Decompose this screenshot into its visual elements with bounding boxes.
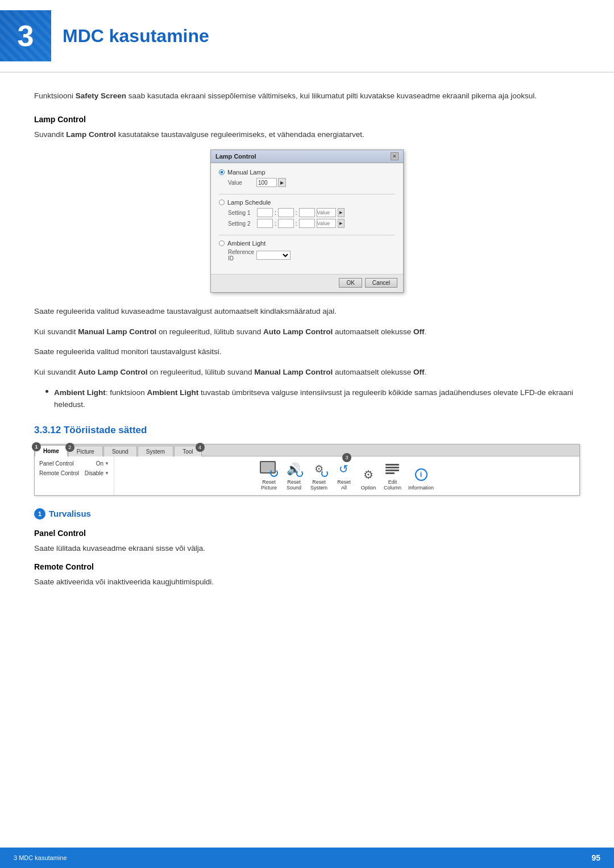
bullet-list: Ambient Light: funktsioon Ambient Light …	[45, 387, 580, 411]
ok-button[interactable]: OK	[339, 278, 362, 288]
remote-control-row: Remote Control Disable ▼	[35, 468, 114, 478]
reset-system-label: ResetSystem	[310, 479, 327, 491]
reset-picture-icon-item[interactable]: ResetPicture	[260, 461, 278, 491]
ambient-light-radio[interactable]	[219, 240, 225, 246]
lamp-schedule-radio-row: Lamp Schedule	[219, 199, 395, 206]
value-arrow-btn[interactable]: ▶	[278, 178, 286, 187]
remote-control-text: Saate aktiveerida või inaktiveerida kaug…	[34, 576, 580, 588]
turvalisus-badge: 1	[34, 508, 45, 520]
manual-lamp-section: Manual Lamp Value ▶	[219, 169, 395, 187]
value-row: Value ▶	[219, 178, 395, 187]
value-input[interactable]	[256, 178, 277, 187]
tab-picture[interactable]: 2 Picture	[68, 446, 103, 456]
chapter-title: MDC kasutamine	[63, 26, 209, 47]
para-manual-reg: Saate reguleerida valitud monitori taust…	[34, 346, 580, 358]
footer-left-text: 3 MDC kasutamine	[14, 854, 67, 861]
remote-control-heading: Remote Control	[34, 562, 580, 571]
separator-2	[219, 235, 395, 235]
reference-id-row: Reference ID	[219, 249, 395, 261]
separator-1	[219, 194, 395, 194]
chapter-number-box: 3	[0, 10, 51, 61]
tab-tool[interactable]: Tool 4	[174, 446, 201, 456]
reset-sound-label: ResetSound	[287, 479, 301, 491]
badge-2: 2	[65, 443, 74, 452]
lamp-control-heading: Lamp Control	[34, 115, 580, 124]
badge-4: 4	[196, 443, 205, 452]
remote-control-arrow[interactable]: ▼	[105, 471, 109, 476]
lamp-schedule-section: Lamp Schedule Setting 1 : : ▶	[219, 199, 395, 228]
lamp-schedule-radio[interactable]	[219, 200, 225, 205]
lamp-control-dialog: Lamp Control ✕ Manual Lamp Value ▶	[210, 149, 404, 293]
setting2-min[interactable]	[278, 219, 294, 228]
tool-body: Panel Control On ▼ Remote Control Disabl…	[35, 456, 579, 495]
information-label: Information	[408, 485, 434, 491]
panel-control-text: Saate lülitada kuvaseadme ekraani sisse …	[34, 542, 580, 555]
value-label: Value	[228, 180, 256, 186]
setting1-min[interactable]	[278, 208, 294, 217]
manual-lamp-radio-row: Manual Lamp	[219, 169, 395, 176]
tool-tabs-row: 1 Home 2 Picture Sound System Tool 4	[35, 445, 579, 456]
info-icon: i	[415, 468, 428, 481]
chapter-number: 3	[18, 19, 34, 53]
setting2-row: Setting 2 : : ▶	[219, 219, 395, 228]
panel-control-label: Panel Control	[39, 460, 96, 467]
reset-all-label: ResetAll	[337, 479, 351, 491]
para-auto: Saate reguleerida valitud kuvaseadme tau…	[34, 305, 580, 318]
setting1-sec[interactable]	[299, 208, 315, 217]
section-3312-heading: 3.3.12 Tööriistade sätted	[34, 425, 580, 436]
edit-column-label: EditColumn	[384, 479, 401, 491]
setting2-hour[interactable]	[257, 219, 273, 228]
para-auto-off: Kui suvandit Auto Lamp Control on regule…	[34, 366, 580, 379]
badge-1: 1	[32, 442, 41, 451]
footer-page-number: 95	[591, 853, 600, 862]
reset-all-icon-item[interactable]: ↺ ResetAll	[335, 461, 353, 491]
reset-system-icon-item[interactable]: ⚙ ResetSystem	[310, 461, 328, 491]
information-icon-item[interactable]: i Information	[408, 467, 434, 491]
page-footer: 3 MDC kasutamine 95	[0, 848, 614, 868]
panel-control-row: Panel Control On ▼	[35, 459, 114, 468]
para-manual-off: Kui suvandit Manual Lamp Control on regu…	[34, 326, 580, 338]
setting1-hour[interactable]	[257, 208, 273, 217]
tab-sound[interactable]: Sound	[103, 446, 137, 456]
remote-control-label: Remote Control	[39, 470, 85, 476]
edit-col-icon	[385, 464, 399, 474]
option-icon-item[interactable]: ⚙ Option	[360, 467, 377, 491]
turvalisus-heading-row: 1 Turvalisus	[34, 508, 580, 520]
setting1-arrow[interactable]: ▶	[338, 208, 345, 217]
panel-control-value: On	[96, 460, 103, 467]
turvalisus-heading: Turvalisus	[49, 509, 91, 518]
reference-id-label: Reference ID	[228, 249, 256, 261]
lamp-control-dialog-wrapper: Lamp Control ✕ Manual Lamp Value ▶	[34, 149, 580, 293]
main-content: Funktsiooni Safety Screen saab kasutada …	[0, 90, 614, 588]
ambient-bullet-item: Ambient Light: funktsioon Ambient Light …	[45, 387, 580, 411]
ambient-light-radio-row: Ambient Light	[219, 240, 395, 247]
panel-control-arrow[interactable]: ▼	[105, 461, 109, 466]
dialog-title: Lamp Control	[215, 153, 256, 160]
dialog-titlebar: Lamp Control ✕	[211, 150, 403, 163]
tab-home[interactable]: 1 Home	[35, 445, 68, 456]
option-label: Option	[361, 485, 376, 491]
setting1-value[interactable]	[317, 208, 336, 217]
tab-system[interactable]: System	[138, 446, 173, 456]
tool-left-panel: Panel Control On ▼ Remote Control Disabl…	[35, 456, 114, 495]
dialog-close-button[interactable]: ✕	[391, 152, 399, 160]
setting1-label: Setting 1	[228, 210, 255, 216]
setting1-row: Setting 1 : : ▶	[219, 208, 395, 217]
remote-control-value: Disable	[85, 470, 103, 476]
ambient-bullet-text: Ambient Light: funktsioon Ambient Light …	[54, 387, 580, 411]
reset-sound-icon-item[interactable]: 🔊 ResetSound	[285, 461, 303, 491]
dialog-body: Manual Lamp Value ▶ Lamp Schedule	[211, 163, 403, 274]
tool-window: 1 Home 2 Picture Sound System Tool 4 Pan…	[34, 444, 580, 496]
setting2-value[interactable]	[317, 219, 336, 228]
setting2-arrow[interactable]: ▶	[338, 219, 345, 228]
cancel-button[interactable]: Cancel	[365, 278, 397, 288]
ambient-light-label: Ambient Light	[227, 240, 265, 247]
reference-id-select[interactable]	[256, 251, 291, 260]
reset-picture-label: ResetPicture	[261, 479, 277, 491]
edit-column-icon-item[interactable]: EditColumn	[384, 461, 401, 491]
intro-text: Funktsiooni Safety Screen saab kasutada …	[34, 90, 580, 102]
lamp-control-description: Suvandit Lamp Control kasutatakse tausta…	[34, 128, 580, 141]
dialog-footer: OK Cancel	[211, 274, 403, 292]
manual-lamp-radio[interactable]	[219, 169, 225, 175]
setting2-sec[interactable]	[299, 219, 315, 228]
